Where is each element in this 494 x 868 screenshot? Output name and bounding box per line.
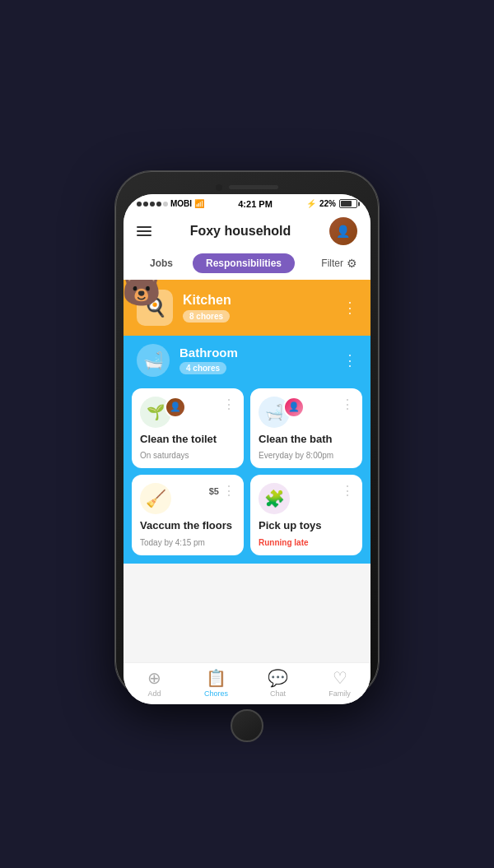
status-left: MOBI 📶: [137, 199, 204, 208]
chore-menu-1[interactable]: ⋮: [341, 397, 354, 412]
kitchen-info: Kitchen 8 chores: [183, 293, 333, 323]
bathroom-menu-dots[interactable]: ⋮: [343, 353, 357, 368]
speaker: [229, 185, 278, 189]
chore-card-3[interactable]: 🧩 ⋮ Pick up toys Running late: [250, 475, 362, 555]
chore-title-0: Clean the toilet: [140, 433, 235, 447]
kitchen-section: 🍳 Kitchen 8 chores 🐻 ⋮: [124, 280, 370, 336]
page-title: Foxy household: [190, 224, 291, 239]
bathroom-section: 🛁 Bathroom 4 chores ⋮: [124, 336, 370, 383]
header: Foxy household 👤: [124, 211, 370, 250]
card-avatars-0: 🌱 👤: [140, 397, 186, 428]
chore-title-2: Vaccum the floors: [140, 519, 235, 533]
chore-card-0[interactable]: 🌱 👤 ⋮ Clean the toilet On saturdays: [132, 388, 244, 469]
chore-icon-3: 🧩: [259, 483, 290, 514]
user-avatar-1: 👤: [283, 397, 305, 418]
filter-icon: ⚙: [347, 257, 357, 270]
chore-title-1: Clean the bath: [259, 433, 354, 447]
chore-sub-0: On saturdays: [140, 451, 235, 460]
hamburger-menu[interactable]: [137, 226, 151, 236]
kitchen-badge: 8 chores: [183, 310, 230, 323]
home-button[interactable]: [231, 709, 263, 742]
chore-card-2[interactable]: 🧹 $5 ⋮ Vaccum the floors Today by 4:15 p…: [132, 475, 244, 555]
kitchen-icon: 🍳: [137, 290, 173, 326]
bathroom-icon-box: 🛁: [137, 344, 170, 377]
carrier-label: MOBI: [170, 199, 192, 208]
front-camera: [216, 184, 222, 191]
battery-label: 22%: [319, 199, 336, 208]
filter-label: Filter: [321, 258, 343, 269]
family-label: Family: [329, 689, 351, 698]
battery-icon: [339, 199, 357, 208]
chore-menu-3[interactable]: ⋮: [341, 483, 354, 499]
avatar[interactable]: 👤: [329, 217, 357, 245]
chores-icon: 📋: [206, 668, 226, 688]
tabs-row: Jobs Responsibilities Filter ⚙: [124, 250, 370, 280]
chore-grid: 🌱 👤 ⋮ Clean the toilet On saturdays 🛁 👤: [124, 383, 370, 564]
home-indicator[interactable]: [124, 704, 370, 745]
chores-label: Chores: [204, 689, 228, 698]
nav-chores[interactable]: 📋 Chores: [185, 668, 247, 698]
phone-top: [124, 179, 370, 194]
chore-menu-0[interactable]: ⋮: [222, 397, 235, 412]
nav-add[interactable]: ⊕ Add: [124, 668, 185, 698]
chore-price-2: $5: [209, 486, 219, 496]
card-right-2: $5 ⋮: [209, 483, 235, 499]
chore-sub-3: Running late: [259, 538, 354, 547]
card-header-0: 🌱 👤 ⋮: [140, 397, 235, 428]
nav-chat[interactable]: 💬 Chat: [247, 668, 309, 698]
bathroom-emoji: 🛁: [143, 350, 164, 370]
kitchen-menu-dots[interactable]: ⋮: [343, 300, 357, 315]
tab-jobs[interactable]: Jobs: [137, 253, 186, 273]
chat-icon: 💬: [268, 668, 288, 688]
main-content: 🍳 Kitchen 8 chores 🐻 ⋮ 🛁 Bathroom 4 chor…: [124, 280, 370, 662]
chat-label: Chat: [270, 689, 286, 698]
card-header-1: 🛁 👤 ⋮: [259, 397, 354, 428]
add-label: Add: [147, 689, 161, 698]
bluetooth-icon: ⚡: [306, 199, 316, 208]
nav-family[interactable]: ♡ Family: [309, 668, 370, 698]
chore-menu-2[interactable]: ⋮: [222, 483, 235, 499]
bathroom-info: Bathroom 4 chores: [179, 346, 333, 374]
wifi-icon: 📶: [194, 199, 204, 208]
bathroom-title: Bathroom: [179, 346, 333, 360]
chore-icon-2: 🧹: [140, 483, 171, 514]
card-avatars-2: 🧹: [140, 483, 171, 514]
chore-sub-2: Today by 4:15 pm: [140, 538, 235, 547]
bottom-nav: ⊕ Add 📋 Chores 💬 Chat ♡ Family: [124, 662, 370, 704]
status-right: ⚡ 22%: [306, 199, 357, 208]
kitchen-title: Kitchen: [183, 293, 333, 308]
family-icon: ♡: [333, 668, 347, 688]
add-icon: ⊕: [147, 668, 161, 688]
kitchen-emoji: 🍳: [144, 297, 166, 318]
chore-card-1[interactable]: 🛁 👤 ⋮ Clean the bath Everyday by 8:00pm: [250, 388, 362, 469]
user-avatar-0: 👤: [165, 397, 186, 418]
status-bar: MOBI 📶 4:21 PM ⚡ 22%: [124, 194, 370, 211]
card-header-2: 🧹 $5 ⋮: [140, 483, 235, 514]
clock: 4:21 PM: [238, 199, 273, 209]
filter-button[interactable]: Filter ⚙: [321, 257, 357, 270]
chore-title-3: Pick up toys: [259, 519, 354, 533]
bathroom-badge: 4 chores: [179, 362, 226, 374]
chore-sub-1: Everyday by 8:00pm: [259, 451, 354, 460]
card-header-3: 🧩 ⋮: [259, 483, 354, 514]
tab-responsibilities[interactable]: Responsibilities: [193, 253, 295, 273]
signal-dots: [137, 202, 168, 207]
card-avatars-1: 🛁 👤: [259, 397, 305, 428]
card-avatars-3: 🧩: [259, 483, 290, 514]
